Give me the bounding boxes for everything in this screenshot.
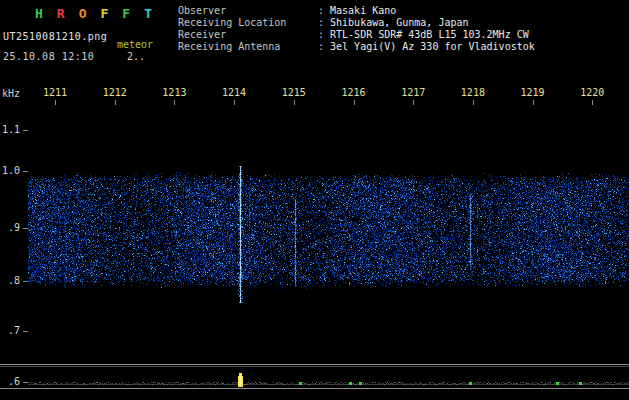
level-strip-border-bottom	[0, 388, 629, 389]
logo-letter: F	[100, 6, 108, 21]
station-info-colon: :	[318, 5, 324, 17]
freq-tick-label: .8	[0, 275, 20, 286]
station-info-label: Receiver	[178, 29, 318, 41]
logo-letter: R	[57, 6, 65, 21]
station-info: Observer:Masaki KanoReceiving Location:S…	[178, 5, 535, 53]
station-info-value: RTL-SDR SDR# 43dB L15 103.2MHz CW	[330, 29, 529, 41]
station-info-row: Observer:Masaki Kano	[178, 5, 535, 17]
time-tick-label: 1217	[401, 87, 425, 98]
station-info-row: Receiver:RTL-SDR SDR# 43dB L15 103.2MHz …	[178, 29, 535, 41]
logo-letter: T	[144, 6, 152, 21]
spectrogram-canvas	[28, 105, 629, 362]
level-strip-border-top-inner	[0, 366, 629, 367]
station-info-value: 3el Yagi(V) Az 330 for Vladivostok	[330, 41, 535, 53]
time-tick-label: 1216	[341, 87, 365, 98]
station-info-row: Receiving Location:Shibukawa, Gunma, Jap…	[178, 17, 535, 29]
logo-letter: F	[122, 6, 130, 21]
counter-label: 2..	[127, 51, 145, 62]
time-tick-label: 1218	[461, 87, 485, 98]
logo-letter: H	[35, 6, 43, 21]
station-info-row: Receiving Antenna:3el Yagi(V) Az 330 for…	[178, 41, 535, 53]
station-info-value: Shibukawa, Gunma, Japan	[330, 17, 468, 29]
level-strip-canvas	[28, 368, 629, 388]
logo-letter: O	[79, 6, 87, 21]
time-tick-label: 1215	[282, 87, 306, 98]
level-strip-border-top	[0, 364, 629, 365]
freq-axis-unit: kHz	[2, 88, 20, 99]
freq-tick-label: 1.0	[0, 165, 20, 176]
time-tick-label: 1213	[162, 87, 186, 98]
hrofft-window: HROFFT UT2510081210.png meteor 25.10.08 …	[0, 0, 629, 400]
station-info-label: Observer	[178, 5, 318, 17]
station-info-label: Receiving Location	[178, 17, 318, 29]
freq-tick-label: .7	[0, 325, 20, 336]
freq-tick-label: .9	[0, 222, 20, 233]
time-tick-label: 1211	[43, 87, 67, 98]
station-info-colon: :	[318, 17, 324, 29]
meteor-mode-label: meteor	[117, 39, 153, 50]
station-info-value: Masaki Kano	[330, 5, 396, 17]
freq-tick-label: 1.1	[0, 124, 20, 135]
app-logo: HROFFT	[35, 6, 166, 21]
station-info-label: Receiving Antenna	[178, 41, 318, 53]
time-tick-label: 1219	[521, 87, 545, 98]
time-tick-label: 1214	[222, 87, 246, 98]
time-tick-label: 1220	[580, 87, 604, 98]
station-info-colon: :	[318, 29, 324, 41]
freq-tick-label: .6	[0, 376, 20, 387]
time-tick-label: 1212	[103, 87, 127, 98]
station-info-colon: :	[318, 41, 324, 53]
output-filename: UT2510081210.png	[3, 31, 107, 42]
datetime-label: 25.10.08 12:10	[3, 51, 94, 62]
